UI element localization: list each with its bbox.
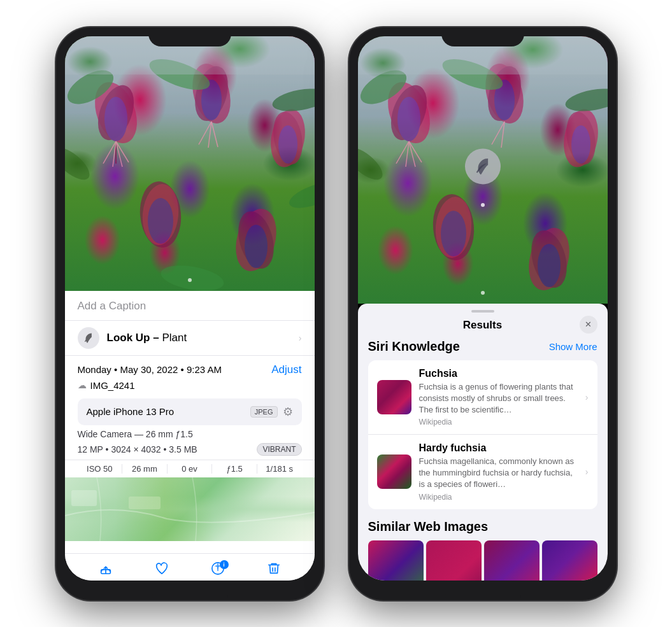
lookup-bold: Look Up – bbox=[107, 332, 159, 344]
info-panel: Add a Caption Look Up – Plant › Mond bbox=[65, 291, 315, 553]
svg-text:i: i bbox=[217, 566, 218, 572]
right-phone: Results ✕ Siri Knowledge Show More bbox=[349, 27, 617, 600]
right-photo-indicator bbox=[481, 291, 485, 295]
lookup-chevron: › bbox=[299, 333, 302, 343]
right-screen: Results ✕ Siri Knowledge Show More bbox=[358, 36, 608, 581]
camera-lens: Wide Camera — 26 mm ƒ1.5 bbox=[78, 429, 302, 439]
lookup-row[interactable]: Look Up – Plant › bbox=[65, 321, 315, 356]
close-button[interactable]: ✕ bbox=[580, 316, 597, 334]
siri-knowledge-header: Siri Knowledge Show More bbox=[368, 339, 597, 354]
show-more-button[interactable]: Show More bbox=[549, 341, 597, 352]
hardy-thumb-image bbox=[377, 454, 411, 489]
fuchsia-desc: Fuchsia is a genus of flowering plants t… bbox=[419, 381, 580, 416]
lookup-subject: Plant bbox=[162, 332, 187, 344]
svg-line-25 bbox=[116, 141, 129, 162]
exif-mm: 26 mm bbox=[122, 464, 168, 474]
notch bbox=[148, 27, 231, 46]
results-panel: Results ✕ Siri Knowledge Show More bbox=[358, 304, 608, 581]
svg-rect-30 bbox=[71, 490, 97, 506]
device-row: Apple iPhone 13 Pro JPEG ⚙ bbox=[78, 398, 302, 425]
info-button[interactable]: i i bbox=[211, 561, 225, 575]
results-header: Results ✕ bbox=[358, 313, 608, 337]
exif-row: ISO 50 26 mm 0 ev ƒ1.5 1/181 s bbox=[65, 460, 315, 477]
visual-lookup-dot bbox=[481, 203, 485, 207]
hardy-source: Wikipedia bbox=[419, 493, 580, 502]
favorite-button[interactable] bbox=[155, 561, 169, 575]
filename-text: IMG_4241 bbox=[90, 380, 135, 391]
svg-point-21 bbox=[159, 261, 225, 290]
device-badges: JPEG ⚙ bbox=[250, 405, 293, 419]
similar-image-3[interactable] bbox=[484, 540, 540, 581]
adjust-button[interactable]: Adjust bbox=[271, 363, 301, 376]
visual-lookup-button[interactable] bbox=[465, 148, 501, 184]
hardy-fuchsia-item[interactable]: Hardy fuchsia Fuchsia magellanica, commo… bbox=[368, 435, 597, 509]
results-content[interactable]: Siri Knowledge Show More Fuchsia Fuchsia… bbox=[358, 337, 608, 581]
date-text: Monday • May 30, 2022 • 9:23 AM bbox=[78, 364, 222, 375]
siri-knowledge-title: Siri Knowledge bbox=[368, 339, 460, 354]
device-name: Apple iPhone 13 Pro bbox=[87, 406, 175, 417]
fuchsia-source: Wikipedia bbox=[419, 418, 580, 426]
fuchsia-thumb-image bbox=[377, 380, 411, 414]
svg-rect-31 bbox=[129, 497, 161, 509]
leaf-icon bbox=[83, 332, 94, 344]
knowledge-card: Fuchsia Fuchsia is a genus of flowering … bbox=[368, 360, 597, 509]
camera-settings-icon: ⚙ bbox=[283, 405, 293, 419]
svg-line-59 bbox=[409, 141, 422, 162]
date-row: Monday • May 30, 2022 • 9:23 AM Adjust bbox=[65, 356, 315, 379]
photo-indicator bbox=[188, 278, 192, 282]
svg-point-54 bbox=[563, 85, 607, 115]
caption-area[interactable]: Add a Caption bbox=[65, 291, 315, 321]
filename-row: ☁ IMG_4241 bbox=[65, 379, 315, 398]
caption-placeholder[interactable]: Add a Caption bbox=[78, 300, 147, 312]
right-home-bar bbox=[445, 595, 521, 598]
exif-iso: ISO 50 bbox=[78, 464, 123, 474]
fuchsia-thumb bbox=[377, 380, 411, 414]
hardy-text: Hardy fuchsia Fuchsia magellanica, commo… bbox=[419, 442, 580, 502]
left-phone: Add a Caption Look Up – Plant › Mond bbox=[56, 27, 324, 600]
right-notch bbox=[441, 27, 524, 46]
hardy-name: Hardy fuchsia bbox=[419, 442, 580, 454]
map-area[interactable] bbox=[65, 477, 315, 541]
camera-specs-row: 12 MP • 3024 × 4032 • 3.5 MB VIBRANT bbox=[65, 442, 315, 460]
svg-line-28 bbox=[211, 122, 218, 147]
svg-point-9 bbox=[278, 125, 297, 164]
fuchsia-item[interactable]: Fuchsia Fuchsia is a genus of flowering … bbox=[368, 360, 597, 435]
delete-button[interactable] bbox=[267, 561, 281, 575]
left-screen: Add a Caption Look Up – Plant › Mond bbox=[65, 36, 315, 581]
similar-image-4[interactable] bbox=[542, 540, 597, 581]
similar-title: Similar Web Images bbox=[368, 519, 597, 534]
svg-point-18 bbox=[270, 85, 314, 115]
svg-point-55 bbox=[358, 142, 387, 185]
flower-svg bbox=[65, 36, 315, 291]
jpeg-badge: JPEG bbox=[250, 406, 278, 418]
share-button[interactable] bbox=[99, 561, 113, 575]
exif-shutter: 1/181 s bbox=[257, 464, 302, 474]
svg-point-2 bbox=[104, 97, 127, 141]
similar-image-1[interactable] bbox=[368, 540, 424, 581]
home-bar bbox=[152, 595, 228, 598]
fuchsia-name: Fuchsia bbox=[419, 368, 580, 379]
fuchsia-text: Fuchsia Fuchsia is a genus of flowering … bbox=[419, 368, 580, 427]
right-flower-photo bbox=[358, 36, 608, 304]
svg-point-19 bbox=[65, 142, 94, 185]
svg-line-24 bbox=[116, 141, 122, 167]
exif-aperture: ƒ1.5 bbox=[212, 464, 257, 474]
hardy-chevron: › bbox=[585, 467, 589, 477]
similar-image-2[interactable] bbox=[426, 540, 482, 581]
fuchsia-chevron: › bbox=[585, 392, 589, 402]
lookup-icon-circle bbox=[78, 327, 99, 349]
lookup-label: Look Up – Plant bbox=[107, 332, 187, 344]
svg-line-58 bbox=[409, 141, 415, 167]
svg-point-15 bbox=[245, 225, 268, 268]
flower-photo[interactable] bbox=[65, 36, 315, 291]
results-title: Results bbox=[463, 319, 502, 332]
hardy-thumb bbox=[377, 454, 411, 489]
hardy-desc: Fuchsia magellanica, commonly known as t… bbox=[419, 456, 580, 491]
svg-point-48 bbox=[441, 211, 466, 257]
similar-section: Similar Web Images bbox=[368, 519, 597, 581]
svg-point-39 bbox=[397, 97, 420, 141]
visual-lookup-leaf-icon bbox=[473, 157, 492, 176]
heart-icon bbox=[155, 561, 169, 575]
similar-images-row bbox=[368, 540, 597, 581]
svg-point-45 bbox=[571, 125, 590, 164]
